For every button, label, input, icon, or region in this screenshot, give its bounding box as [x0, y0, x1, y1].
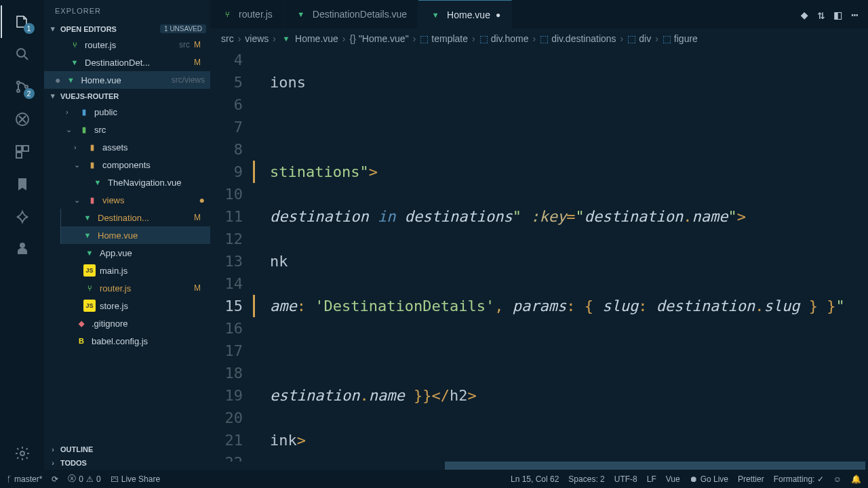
project-header[interactable]: ▾ VUEJS-ROUTER	[44, 89, 210, 103]
open-editor-router[interactable]: ⑂ router.js src M	[44, 36, 210, 54]
unsaved-dot-icon: ●	[496, 10, 500, 20]
svg-point-9	[20, 451, 24, 455]
chevron-down-icon: ⌄	[66, 125, 74, 134]
settings-icon[interactable]	[6, 437, 39, 470]
tree-babel[interactable]: B babel.config.js	[44, 332, 210, 350]
explorer-title: EXPLORER	[44, 0, 210, 22]
chevron-right-icon: ›	[74, 143, 82, 151]
tab-router[interactable]: ⑂ router.js	[210, 0, 284, 28]
tree-assets[interactable]: › ▮ assets	[44, 138, 210, 156]
vue-icon: ▼	[81, 229, 94, 241]
sidebar: EXPLORER ▾ OPEN EDITORS 1 UNSAVED ⑂ rout…	[44, 0, 210, 470]
unsaved-dot-icon: ●	[55, 75, 60, 85]
scrollbar-thumb[interactable]	[445, 462, 865, 470]
tree-store[interactable]: JS store.js	[44, 297, 210, 314]
statusbar: ᚶ master* ⟳ ⓧ 0 ⚠ 0 ⮹ Live Share Ln 15, …	[0, 470, 868, 488]
vue-icon: ▼	[64, 74, 77, 86]
folder-icon: ▮	[78, 123, 90, 136]
tree-home[interactable]: ▼ Home.vue	[60, 226, 210, 244]
debug-icon[interactable]	[6, 103, 39, 136]
svg-rect-7	[16, 152, 22, 158]
tree-views[interactable]: ⌄ ▮ views ●	[44, 191, 210, 209]
bell-icon[interactable]: 🔔	[851, 474, 861, 484]
open-editors-header[interactable]: ▾ OPEN EDITORS 1 UNSAVED	[44, 22, 210, 36]
files-badge: 1	[24, 23, 35, 34]
tree-app[interactable]: ▼ App.vue	[44, 244, 210, 262]
scm-icon[interactable]: 2	[6, 70, 39, 103]
babel-icon: B	[75, 335, 87, 347]
activity-bar: 1 2	[0, 0, 44, 470]
chevron-right-icon: ›	[48, 445, 58, 453]
compare-icon[interactable]: ⇅	[817, 7, 825, 22]
unsaved-badge: 1 UNSAVED	[160, 24, 206, 33]
line-gutter: 45678 9 1011121314 15 16171819202122	[210, 49, 255, 462]
tabs: ⑂ router.js ▼ DestinationDetails.vue ▼ H…	[210, 0, 868, 28]
language[interactable]: Vue	[666, 474, 680, 484]
more-icon[interactable]: ⋯	[851, 7, 859, 22]
extensions-icon[interactable]	[6, 136, 39, 168]
svg-point-2	[17, 89, 20, 92]
editor-region: ⑂ router.js ▼ DestinationDetails.vue ▼ H…	[210, 0, 868, 470]
encoding[interactable]: UTF-8	[614, 474, 637, 484]
tree-router[interactable]: ⑂ router.js M	[44, 279, 210, 297]
folder-icon: ▮	[86, 159, 98, 171]
vue-icon: ▼	[295, 8, 307, 20]
tree-public[interactable]: › ▮ public	[44, 103, 210, 121]
vue-icon: ▼	[68, 56, 81, 68]
open-editor-destination[interactable]: ▼ DestinationDet... M	[44, 54, 210, 71]
svg-rect-5	[16, 146, 22, 151]
breadcrumb[interactable]: src› views› ▼Home.vue› {}"Home.vue"› ⬚te…	[210, 28, 868, 49]
code-editor[interactable]: 45678 9 1011121314 15 16171819202122 ion…	[210, 49, 868, 462]
tree-main[interactable]: JS main.js	[44, 262, 210, 279]
js-icon: JS	[83, 264, 96, 277]
folder-icon: ▮	[86, 194, 98, 206]
gitlens-icon[interactable]	[6, 201, 39, 233]
tree-thenav[interactable]: ▼ TheNavigation.vue	[44, 174, 210, 191]
indent[interactable]: Spaces: 2	[568, 474, 604, 484]
chevron-down-icon: ▾	[48, 24, 58, 33]
liveshare[interactable]: ⮹ Live Share	[111, 474, 160, 484]
modified-dot-icon: ●	[199, 195, 205, 205]
chevron-down-icon: ⌄	[74, 196, 82, 205]
svg-point-8	[20, 243, 25, 248]
vue-icon: ▼	[280, 33, 292, 45]
vue-icon: ▼	[429, 9, 441, 21]
cursor-position[interactable]: Ln 15, Col 62	[511, 474, 559, 484]
horizontal-scrollbar[interactable]	[255, 462, 868, 470]
git-icon: ◆	[75, 317, 87, 329]
search-icon[interactable]	[6, 38, 39, 70]
eol[interactable]: LF	[647, 474, 656, 484]
golive[interactable]: ⏺ Go Live	[690, 474, 728, 484]
route-icon: ⑂	[68, 39, 81, 51]
bookmark-icon[interactable]	[6, 168, 39, 201]
files-icon[interactable]: 1	[6, 5, 39, 38]
vue-icon: ▼	[92, 176, 104, 188]
prettier[interactable]: Prettier	[738, 474, 764, 484]
svg-rect-6	[23, 146, 28, 151]
outline-header[interactable]: › OUTLINE	[44, 443, 210, 456]
scm-badge: 2	[24, 88, 35, 99]
vue-icon: ▼	[83, 247, 96, 259]
tree-destination-details[interactable]: ▼ Destination... M	[60, 209, 210, 226]
tab-home[interactable]: ▼ Home.vue ●	[418, 0, 512, 28]
split-icon[interactable]: ◧	[834, 7, 842, 22]
chevron-right-icon: ›	[48, 459, 58, 467]
feedback-icon[interactable]: ☺	[833, 474, 842, 484]
open-editor-home[interactable]: ● ▼ Home.vue src/views	[44, 71, 210, 89]
git-branch[interactable]: ᚶ master*	[7, 474, 42, 484]
tab-destination[interactable]: ▼ DestinationDetails.vue	[284, 0, 418, 28]
tabs-actions: ◆ ⇅ ◧ ⋯	[791, 0, 868, 28]
tree-components[interactable]: ⌄ ▮ components	[44, 156, 210, 174]
errors-count[interactable]: ⓧ 0 ⚠ 0	[68, 473, 100, 485]
sync-icon[interactable]: ⟳	[52, 474, 58, 484]
diff-icon[interactable]: ◆	[801, 7, 808, 22]
todos-header[interactable]: › TODOS	[44, 456, 210, 470]
chevron-down-icon: ⌄	[74, 161, 82, 169]
tree-src[interactable]: ⌄ ▮ src	[44, 121, 210, 138]
js-icon: JS	[83, 300, 96, 312]
tree-gitignore[interactable]: ◆ .gitignore	[44, 314, 210, 332]
tree-icon[interactable]	[6, 233, 39, 266]
code-content[interactable]: ions stinations"> destination in destina…	[255, 49, 868, 462]
folder-icon: ▮	[86, 141, 98, 153]
formatting[interactable]: Formatting: ✓	[774, 474, 824, 484]
